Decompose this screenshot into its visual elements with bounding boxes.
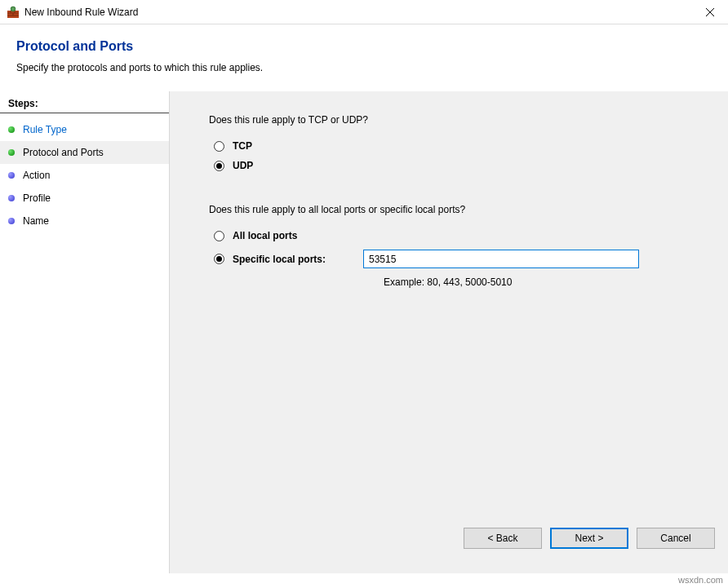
- step-label: Protocol and Ports: [23, 147, 104, 158]
- protocol-radio-group: TCP UDP: [214, 140, 704, 171]
- step-bullet-icon: [8, 126, 15, 133]
- specific-ports-input[interactable]: [363, 250, 639, 268]
- firewall-icon: [7, 6, 20, 19]
- ports-radio-group: All local ports Specific local ports: Ex…: [214, 230, 704, 288]
- close-icon: [706, 8, 714, 16]
- step-label: Name: [23, 215, 49, 227]
- step-label: Rule Type: [23, 124, 67, 135]
- step-name[interactable]: Name: [0, 210, 169, 232]
- wizard-buttons: < Back Next > Cancel: [464, 528, 715, 549]
- radio-tcp[interactable]: [214, 141, 224, 152]
- step-protocol-ports[interactable]: Protocol and Ports: [0, 141, 169, 164]
- ports-question: Does this rule apply to all local ports …: [209, 204, 704, 215]
- step-label: Profile: [23, 192, 51, 204]
- step-profile[interactable]: Profile: [0, 187, 169, 210]
- step-label: Action: [23, 170, 50, 181]
- page-title: Protocol and Ports: [16, 39, 712, 54]
- steps-heading: Steps:: [0, 96, 169, 113]
- step-action[interactable]: Action: [0, 164, 169, 187]
- protocol-question: Does this rule apply to TCP or UDP?: [209, 114, 704, 126]
- close-button[interactable]: [691, 0, 728, 24]
- radio-all-ports[interactable]: [214, 231, 224, 241]
- titlebar: New Inbound Rule Wizard: [0, 0, 728, 24]
- steps-sidebar: Steps: Rule Type Protocol and Ports Acti…: [0, 91, 170, 573]
- back-button[interactable]: < Back: [464, 528, 542, 549]
- radio-udp-label[interactable]: UDP: [233, 160, 253, 171]
- wizard-header: Protocol and Ports Specify the protocols…: [0, 24, 728, 91]
- radio-all-ports-label[interactable]: All local ports: [233, 230, 297, 241]
- step-bullet-icon: [8, 218, 15, 224]
- radio-udp[interactable]: [214, 161, 224, 171]
- radio-tcp-label[interactable]: TCP: [233, 140, 252, 152]
- watermark: wsxdn.com: [678, 575, 723, 585]
- cancel-button[interactable]: Cancel: [637, 528, 715, 549]
- page-subtitle: Specify the protocols and ports to which…: [16, 62, 712, 73]
- next-button[interactable]: Next >: [550, 528, 628, 549]
- step-bullet-icon: [8, 149, 15, 156]
- main-panel: Does this rule apply to TCP or UDP? TCP …: [170, 91, 728, 573]
- ports-example: Example: 80, 443, 5000-5010: [384, 276, 704, 288]
- window-title: New Inbound Rule Wizard: [24, 7, 138, 18]
- step-bullet-icon: [8, 195, 15, 201]
- radio-specific-ports-label[interactable]: Specific local ports:: [233, 254, 363, 265]
- radio-specific-ports[interactable]: [214, 254, 224, 264]
- svg-point-7: [11, 7, 15, 10]
- step-bullet-icon: [8, 172, 15, 179]
- step-rule-type[interactable]: Rule Type: [0, 118, 169, 141]
